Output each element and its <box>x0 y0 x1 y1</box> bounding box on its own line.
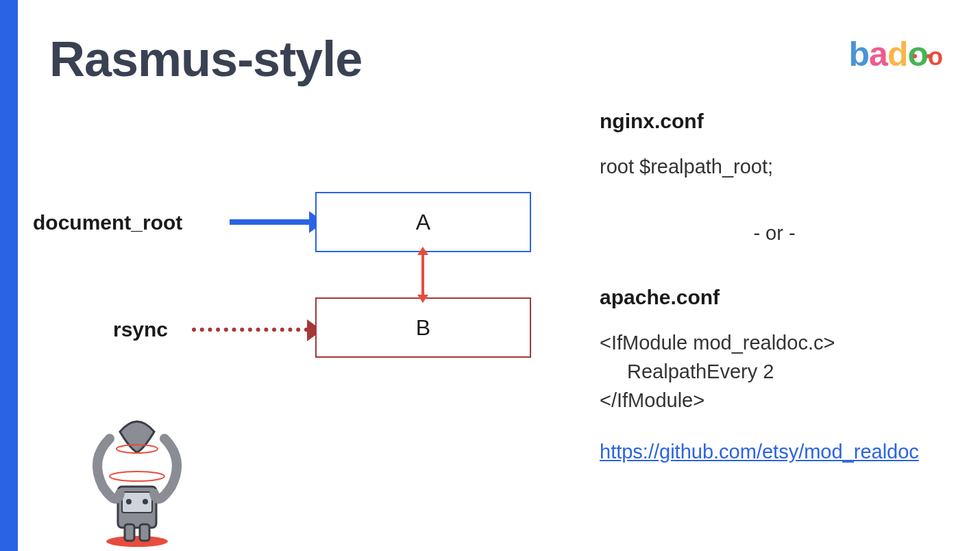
svg-point-6 <box>110 472 164 481</box>
svg-point-3 <box>126 499 132 504</box>
realdoc-link[interactable]: https://github.com/etsy/mod_realdoc <box>600 441 956 463</box>
svg-rect-8 <box>140 524 149 541</box>
slide: Rasmus-style badoo document_root rsync A… <box>0 0 980 551</box>
mascot-robot-icon <box>82 411 192 548</box>
apache-line: <IfModule mod_realdoc.c> <box>600 328 956 357</box>
badoo-logo: badoo <box>849 34 942 74</box>
apache-conf-title: apache.conf <box>600 286 956 309</box>
logo-letter-a: a <box>869 35 887 73</box>
apache-conf-body: <IfModule mod_realdoc.c> RealpathEvery 2… <box>600 328 956 415</box>
arrow-docroot-icon <box>230 219 310 225</box>
box-b: B <box>315 297 531 358</box>
svg-rect-7 <box>125 524 134 541</box>
nginx-conf-body: root $realpath_root; <box>600 152 956 181</box>
arrow-rsync-icon <box>192 328 308 332</box>
logo-letter-b: b <box>849 35 870 73</box>
slide-title: Rasmus-style <box>49 31 362 87</box>
nginx-conf-title: nginx.conf <box>600 110 956 133</box>
diagram: document_root rsync A B <box>27 178 569 384</box>
label-document-root: document_root <box>33 211 182 234</box>
label-rsync: rsync <box>113 318 168 341</box>
svg-point-4 <box>143 499 148 504</box>
or-separator: - or - <box>593 222 956 245</box>
apache-line: </IfModule> <box>600 386 956 415</box>
apache-line: RealpathEvery 2 <box>600 357 956 386</box>
logo-letter-d: d <box>887 35 908 73</box>
box-a: A <box>315 192 531 252</box>
accent-bar <box>0 0 18 551</box>
arrow-swap-icon <box>421 254 424 296</box>
logo-letter-o1: o <box>907 35 928 73</box>
config-column: nginx.conf root $realpath_root; - or - a… <box>600 110 956 463</box>
svg-point-0 <box>106 536 168 547</box>
